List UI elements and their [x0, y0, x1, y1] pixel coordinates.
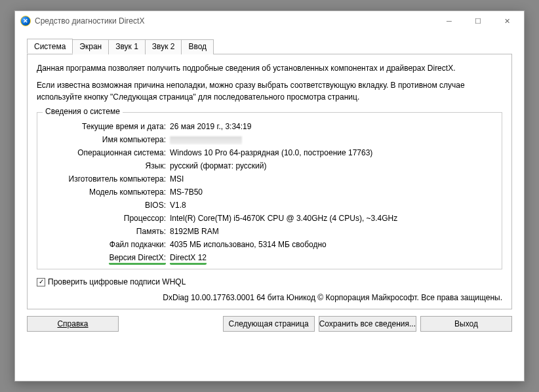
- dxdiag-window: Средство диагностики DirectX ─ ☐ ✕ Систе…: [14, 10, 525, 382]
- tab-display[interactable]: Экран: [72, 39, 109, 54]
- info-label: Процессор:: [45, 212, 170, 224]
- info-row: BIOS:V1.8: [45, 199, 494, 211]
- info-label: Модель компьютера:: [45, 186, 170, 198]
- info-row: Файл подкачки:4035 МБ использовано, 5314…: [45, 239, 494, 250]
- whql-checkbox-label: Проверить цифровые подписи WHQL: [48, 277, 186, 286]
- exit-button[interactable]: Выход: [420, 316, 512, 332]
- info-value: 26 мая 2019 г., 3:34:19: [170, 121, 494, 132]
- content-area: Система Экран Звук 1 Звук 2 Ввод Данная …: [15, 31, 524, 341]
- system-info-fieldset: Сведения о системе Текущие время и дата:…: [37, 112, 502, 269]
- info-row: Операционная система:Windows 10 Pro 64-р…: [45, 147, 494, 159]
- save-all-button[interactable]: Сохранить все сведения...: [319, 316, 416, 332]
- info-value: MSI: [170, 173, 494, 185]
- minimize-button[interactable]: ─: [435, 12, 464, 30]
- info-value: 8192MB RAM: [170, 225, 494, 237]
- tab-system[interactable]: Система: [27, 39, 73, 54]
- info-label: Язык:: [45, 160, 170, 172]
- info-row: Текущие время и дата:26 мая 2019 г., 3:3…: [45, 121, 494, 132]
- tab-input[interactable]: Ввод: [181, 39, 214, 54]
- info-value: Intel(R) Core(TM) i5-4670K CPU @ 3.40GHz…: [170, 212, 494, 224]
- tab-sound2[interactable]: Звук 2: [145, 39, 182, 54]
- titlebar[interactable]: Средство диагностики DirectX ─ ☐ ✕: [15, 11, 524, 31]
- whql-checkbox[interactable]: ✓: [37, 278, 45, 286]
- info-row: Язык:русский (формат: русский): [45, 160, 494, 172]
- info-row: Версия DirectX:DirectX 12: [45, 252, 494, 264]
- copyright-text: DxDiag 10.00.17763.0001 64 бита Юникод ©…: [37, 293, 502, 302]
- info-row: Модель компьютера:MS-7B50: [45, 186, 494, 198]
- dxdiag-icon: [20, 16, 31, 26]
- info-value: 4035 МБ использовано, 5314 МБ свободно: [170, 239, 494, 250]
- info-row: Процессор:Intel(R) Core(TM) i5-4670K CPU…: [45, 212, 494, 224]
- button-bar: Справка Следующая страница Сохранить все…: [27, 316, 512, 332]
- help-button[interactable]: Справка: [27, 316, 119, 332]
- tab-strip: Система Экран Звук 1 Звук 2 Ввод: [27, 39, 512, 54]
- info-label: Имя компьютера:: [45, 134, 170, 146]
- info-value: V1.8: [170, 199, 494, 211]
- description-1: Данная программа позволяет получить подр…: [37, 62, 502, 74]
- info-row: Имя компьютера:: [45, 134, 494, 146]
- whql-checkbox-row[interactable]: ✓ Проверить цифровые подписи WHQL: [37, 277, 502, 286]
- window-title: Средство диагностики DirectX: [35, 16, 144, 26]
- close-button[interactable]: ✕: [492, 12, 521, 30]
- description-2: Если известна возможная причина неполадк…: [37, 79, 502, 103]
- info-label: Операционная система:: [45, 147, 170, 159]
- info-label: Файл подкачки:: [45, 239, 170, 250]
- tab-sound1[interactable]: Звук 1: [108, 39, 146, 54]
- info-label: Версия DirectX:: [45, 252, 170, 264]
- info-row: Изготовитель компьютера:MSI: [45, 173, 494, 185]
- fieldset-legend: Сведения о системе: [43, 107, 123, 116]
- info-value: русский (формат: русский): [170, 160, 494, 172]
- tab-panel-system: Данная программа позволяет получить подр…: [27, 54, 512, 309]
- info-value: [170, 134, 494, 146]
- maximize-button[interactable]: ☐: [464, 12, 492, 30]
- info-value: DirectX 12: [170, 252, 494, 264]
- info-label: BIOS:: [45, 199, 170, 211]
- info-label: Изготовитель компьютера:: [45, 173, 170, 185]
- info-value: Windows 10 Pro 64-разрядная (10.0, постр…: [170, 147, 494, 159]
- next-page-button[interactable]: Следующая страница: [223, 316, 315, 332]
- info-label: Память:: [45, 225, 170, 237]
- info-label: Текущие время и дата:: [45, 121, 170, 132]
- info-row: Память:8192MB RAM: [45, 225, 494, 237]
- info-value: MS-7B50: [170, 186, 494, 198]
